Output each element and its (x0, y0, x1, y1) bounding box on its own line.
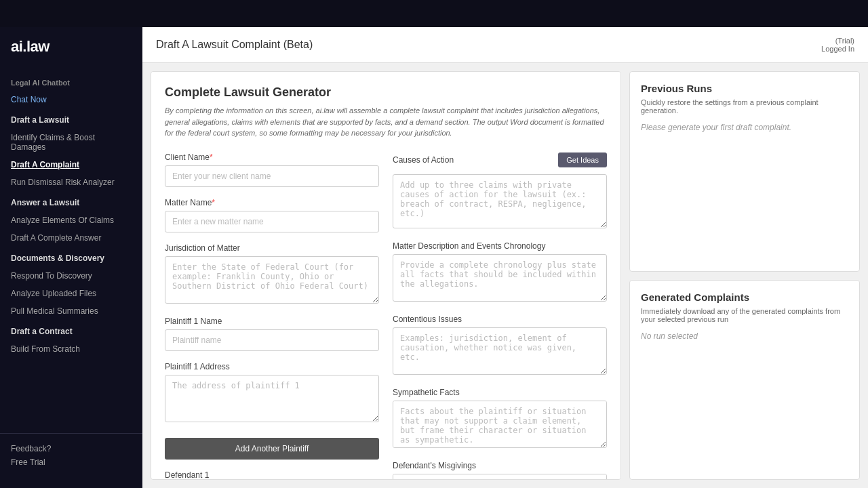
sidebar-item-respond-discovery[interactable]: Respond To Discovery (0, 267, 142, 285)
defendant1-label: Defendant 1 (165, 470, 379, 480)
previous-runs-title: Previous Runs (641, 83, 848, 94)
matter-desc-input[interactable] (393, 254, 607, 302)
form-right: Causes of Action Get Ideas Matter Descri… (393, 152, 607, 481)
sidebar-footer: Feedback? Free Trial (0, 433, 142, 477)
sidebar-item-build-from-scratch[interactable]: Build From Scratch (0, 340, 142, 358)
header-right: (Trial) Logged In (821, 37, 854, 53)
feedback-link[interactable]: Feedback? (11, 442, 132, 455)
misgivings-label: Defendant's Misgivings (393, 461, 607, 470)
contentious-label: Contentious Issues (393, 314, 607, 324)
form-panel: Complete Lawsuit Generator By completing… (151, 71, 621, 480)
logged-in-label: Logged In (821, 45, 854, 53)
content-header: Draft A Lawsuit Complaint (Beta) (Trial)… (142, 27, 868, 63)
client-name-label: Client Name* (165, 152, 379, 162)
section-draft-lawsuit: Draft a Lawsuit (0, 111, 142, 129)
trial-label: Free Trial (11, 455, 132, 469)
add-plaintiff-button[interactable]: Add Another Plaintiff (165, 438, 379, 460)
plaintiff1-address-group: Plaintiff 1 Address (165, 362, 379, 424)
sidebar-logo: ai.law (0, 38, 142, 69)
previous-runs-placeholder: Please generate your first draft complai… (641, 123, 848, 132)
matter-desc-label: Matter Description and Events Chronology (393, 241, 607, 251)
matter-name-label: Matter Name* (165, 198, 379, 207)
causes-label: Causes of Action (393, 155, 454, 165)
previous-runs-panel: Previous Runs Quickly restore the settin… (629, 71, 860, 272)
sidebar-item-draft-complaint[interactable]: Draft A Complaint (0, 156, 142, 174)
matter-name-group: Matter Name* (165, 198, 379, 232)
causes-header: Causes of Action Get Ideas (393, 152, 607, 167)
sympathetic-label: Sympathetic Facts (393, 388, 607, 397)
matter-desc-group: Matter Description and Events Chronology (393, 241, 607, 304)
form-panel-desc: By completing the information on this sc… (165, 105, 607, 139)
plaintiff1-name-label: Plaintiff 1 Name (165, 317, 379, 326)
sidebar-item-pull-medical[interactable]: Pull Medical Summaries (0, 302, 142, 320)
jurisdiction-label: Jurisdiction of Matter (165, 243, 379, 253)
jurisdiction-input[interactable] (165, 256, 379, 304)
content-area: Draft A Lawsuit Complaint (Beta) (Trial)… (142, 27, 868, 488)
get-ideas-button[interactable]: Get Ideas (558, 152, 607, 167)
plaintiff1-name-input[interactable] (165, 329, 379, 351)
form-left: Client Name* Matter Name* (165, 152, 379, 481)
sidebar: ai.law Legal AI Chatbot Chat Now Draft a… (0, 27, 142, 488)
section-draft-contract: Draft a Contract (0, 323, 142, 340)
sidebar-item-identify-claims[interactable]: Identify Claims & Boost Damages (0, 129, 142, 156)
no-run-label: No run selected (641, 331, 848, 341)
plaintiff1-address-label: Plaintiff 1 Address (165, 362, 379, 371)
trial-badge: (Trial) (821, 37, 854, 45)
plaintiff1-name-group: Plaintiff 1 Name (165, 317, 379, 351)
causes-input[interactable] (393, 174, 607, 228)
sidebar-item-chat-now[interactable]: Chat Now (0, 91, 142, 108)
sidebar-item-run-dismissal[interactable]: Run Dismissal Risk Analyzer (0, 174, 142, 191)
previous-runs-desc: Quickly restore the settings from a prev… (641, 98, 848, 115)
sidebar-item-draft-complete-answer[interactable]: Draft A Complete Answer (0, 229, 142, 247)
sympathetic-group: Sympathetic Facts (393, 388, 607, 450)
inner-layout: Complete Lawsuit Generator By completing… (142, 63, 868, 488)
misgivings-input[interactable] (393, 474, 607, 481)
section-answer-lawsuit: Answer a Lawsuit (0, 194, 142, 211)
defendant1-group: Defendant 1 (165, 470, 379, 481)
contentious-group: Contentious Issues (393, 314, 607, 377)
section-label-chatbot: Legal AI Chatbot (0, 75, 142, 91)
section-documents: Documents & Discovery (0, 249, 142, 267)
client-name-input[interactable] (165, 165, 379, 187)
generated-complaints-desc: Immediately download any of the generate… (641, 307, 848, 323)
generated-complaints-panel: Generated Complaints Immediately downloa… (629, 280, 860, 481)
generated-complaints-title: Generated Complaints (641, 291, 848, 303)
sidebar-item-analyze-elements[interactable]: Analyze Elements Of Claims (0, 211, 142, 229)
plaintiff1-address-input[interactable] (165, 375, 379, 422)
sympathetic-input[interactable] (393, 401, 607, 448)
form-two-col: Client Name* Matter Name* (165, 152, 607, 481)
right-panels: Previous Runs Quickly restore the settin… (629, 71, 860, 480)
jurisdiction-group: Jurisdiction of Matter (165, 243, 379, 306)
causes-action-group: Causes of Action Get Ideas (393, 152, 607, 230)
matter-name-input[interactable] (165, 211, 379, 232)
top-bar (0, 0, 868, 27)
sidebar-item-analyze-uploaded[interactable]: Analyze Uploaded Files (0, 285, 142, 302)
form-panel-title: Complete Lawsuit Generator (165, 85, 607, 100)
client-name-group: Client Name* (165, 152, 379, 187)
page-title: Draft A Lawsuit Complaint (Beta) (156, 39, 313, 51)
misgivings-group: Defendant's Misgivings (393, 461, 607, 481)
contentious-input[interactable] (393, 327, 607, 375)
